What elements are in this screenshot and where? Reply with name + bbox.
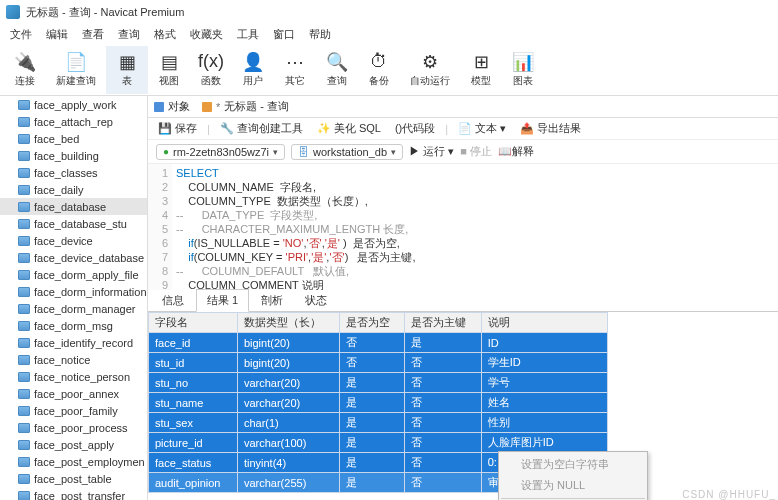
table-row[interactable]: stu_idbigint(20)否否学生ID: [149, 353, 608, 373]
sidebar-item-face_notice_person[interactable]: face_notice_person: [0, 368, 147, 385]
sidebar-item-face_poor_family[interactable]: face_poor_family: [0, 402, 147, 419]
sidebar-item-face_attach_rep[interactable]: face_attach_rep: [0, 113, 147, 130]
table-icon: ▦: [116, 52, 138, 72]
query-toolbar: 💾 保存 | 🔧查询创建工具 ✨美化 SQL ()代码段 | 📄文本 ▾ 📤导出…: [148, 118, 778, 140]
table-icon: [18, 100, 30, 110]
sidebar-item-face_bed[interactable]: face_bed: [0, 130, 147, 147]
text-button[interactable]: 📄文本 ▾: [454, 120, 510, 137]
stop-button[interactable]: ■ 停止: [460, 144, 492, 159]
line-gutter: 123456789: [148, 164, 172, 290]
table-row[interactable]: picture_idvarchar(100)是否人脸库图片ID: [149, 433, 608, 453]
menu-file[interactable]: 文件: [10, 27, 32, 42]
other-icon: ⋯: [284, 52, 306, 72]
sidebar-item-face_building[interactable]: face_building: [0, 147, 147, 164]
tab-status[interactable]: 状态: [295, 290, 337, 311]
col-header[interactable]: 数据类型（长）: [237, 313, 339, 333]
col-header[interactable]: 是否为空: [339, 313, 404, 333]
toolbar-function[interactable]: f(x)函数: [190, 46, 232, 94]
explain-button[interactable]: 📖解释: [498, 144, 534, 159]
query-builder-button[interactable]: 🔧查询创建工具: [216, 120, 307, 137]
export-button[interactable]: 📤导出结果: [516, 120, 585, 137]
col-header[interactable]: 字段名: [149, 313, 238, 333]
menu-tools[interactable]: 工具: [237, 27, 259, 42]
toolbar-view[interactable]: ▤视图: [148, 46, 190, 94]
sidebar-item-face_dorm_manager[interactable]: face_dorm_manager: [0, 300, 147, 317]
menu-query[interactable]: 查询: [118, 27, 140, 42]
table-icon: [18, 304, 30, 314]
sidebar-item-face_post_apply[interactable]: face_post_apply: [0, 436, 147, 453]
user-icon: 👤: [242, 52, 264, 72]
database-selector[interactable]: 🗄workstation_db ▾: [291, 144, 403, 160]
toolbar-connect[interactable]: 🔌连接: [4, 46, 46, 94]
toolbar-user[interactable]: 👤用户: [232, 46, 274, 94]
toolbar-chart[interactable]: 📊图表: [502, 46, 544, 94]
table-row[interactable]: stu_sexchar(1)是否性别: [149, 413, 608, 433]
model-icon: ⊞: [470, 52, 492, 72]
beautify-button[interactable]: ✨美化 SQL: [313, 120, 385, 137]
toolbar-model[interactable]: ⊞模型: [460, 46, 502, 94]
sidebar-item-face_apply_work[interactable]: face_apply_work: [0, 96, 147, 113]
sidebar-item-face_poor_annex[interactable]: face_poor_annex: [0, 385, 147, 402]
menu-format[interactable]: 格式: [154, 27, 176, 42]
tab-profile[interactable]: 剖析: [251, 290, 293, 311]
table-icon: [18, 202, 30, 212]
table-row[interactable]: stu_novarchar(20)是否学号: [149, 373, 608, 393]
toolbar-newquery[interactable]: 📄新建查询: [46, 46, 106, 94]
sidebar-item-face_daily[interactable]: face_daily: [0, 181, 147, 198]
sidebar-item-face_dorm_apply_file[interactable]: face_dorm_apply_file: [0, 266, 147, 283]
content-tabs: 对象 *无标题 - 查询: [148, 96, 778, 118]
table-row[interactable]: stu_namevarchar(20)是否姓名: [149, 393, 608, 413]
ctx-set-blank[interactable]: 设置为空白字符串: [501, 454, 645, 475]
toolbar-table[interactable]: ▦表: [106, 46, 148, 94]
connection-row: ●rm-2zetn83n05wz7i ▾ 🗄workstation_db ▾ ▶…: [148, 140, 778, 164]
col-header[interactable]: 说明: [481, 313, 607, 333]
toolbar-backup[interactable]: ⏱备份: [358, 46, 400, 94]
tab-info[interactable]: 信息: [152, 290, 194, 311]
toolbar: 🔌连接📄新建查询▦表▤视图f(x)函数👤用户⋯其它🔍查询⏱备份⚙自动运行⊞模型📊…: [0, 44, 778, 96]
table-icon: [18, 372, 30, 382]
toolbar-other[interactable]: ⋯其它: [274, 46, 316, 94]
tab-objects[interactable]: 对象: [154, 99, 190, 114]
table-icon: [18, 355, 30, 365]
table-icon: [18, 185, 30, 195]
table-icon: [18, 389, 30, 399]
table-icon: [18, 491, 30, 501]
sidebar-item-face_notice[interactable]: face_notice: [0, 351, 147, 368]
table-icon: [18, 338, 30, 348]
context-menu: 设置为空白字符串 设置为 NULL 删除记录 复制 复制为▶ 粘贴 显示▶: [498, 451, 648, 500]
menu-window[interactable]: 窗口: [273, 27, 295, 42]
menu-help[interactable]: 帮助: [309, 27, 331, 42]
menu-edit[interactable]: 编辑: [46, 27, 68, 42]
tab-query[interactable]: *无标题 - 查询: [202, 99, 289, 114]
sidebar-item-face_post_employmen[interactable]: face_post_employmen: [0, 453, 147, 470]
sidebar-item-face_identify_record[interactable]: face_identify_record: [0, 334, 147, 351]
toolbar-query[interactable]: 🔍查询: [316, 46, 358, 94]
sidebar-item-face_poor_process[interactable]: face_poor_process: [0, 419, 147, 436]
sidebar-item-face_database[interactable]: face_database: [0, 198, 147, 215]
toolbar-autorun[interactable]: ⚙自动运行: [400, 46, 460, 94]
sidebar-item-face_dorm_information[interactable]: face_dorm_information: [0, 283, 147, 300]
sidebar-item-face_dorm_msg[interactable]: face_dorm_msg: [0, 317, 147, 334]
sidebar-item-face_device[interactable]: face_device: [0, 232, 147, 249]
tab-result1[interactable]: 结果 1: [196, 289, 249, 312]
ctx-set-null[interactable]: 设置为 NULL: [501, 475, 645, 496]
title-bar: 无标题 - 查询 - Navicat Premium: [0, 0, 778, 24]
function-icon: f(x): [200, 52, 222, 72]
sidebar-item-face_post_table[interactable]: face_post_table: [0, 470, 147, 487]
col-header[interactable]: 是否为主键: [404, 313, 481, 333]
sql-editor[interactable]: 123456789 SELECT COLUMN_NAME 字段名, COLUMN…: [148, 164, 778, 290]
table-icon: [18, 457, 30, 467]
result-grid[interactable]: 字段名数据类型（长）是否为空是否为主键说明face_idbigint(20)否是…: [148, 312, 778, 493]
sidebar-item-face_post_transfer[interactable]: face_post_transfer: [0, 487, 147, 500]
save-button[interactable]: 💾 保存: [154, 120, 201, 137]
sidebar-item-face_database_stu[interactable]: face_database_stu: [0, 215, 147, 232]
sidebar-item-face_device_database[interactable]: face_device_database: [0, 249, 147, 266]
snippets-button[interactable]: ()代码段: [391, 120, 439, 137]
table-icon: [18, 474, 30, 484]
table-row[interactable]: face_idbigint(20)否是ID: [149, 333, 608, 353]
server-selector[interactable]: ●rm-2zetn83n05wz7i ▾: [156, 144, 285, 160]
menu-view[interactable]: 查看: [82, 27, 104, 42]
run-button[interactable]: ▶ 运行 ▾: [409, 144, 454, 159]
menu-favorites[interactable]: 收藏夹: [190, 27, 223, 42]
sidebar-item-face_classes[interactable]: face_classes: [0, 164, 147, 181]
